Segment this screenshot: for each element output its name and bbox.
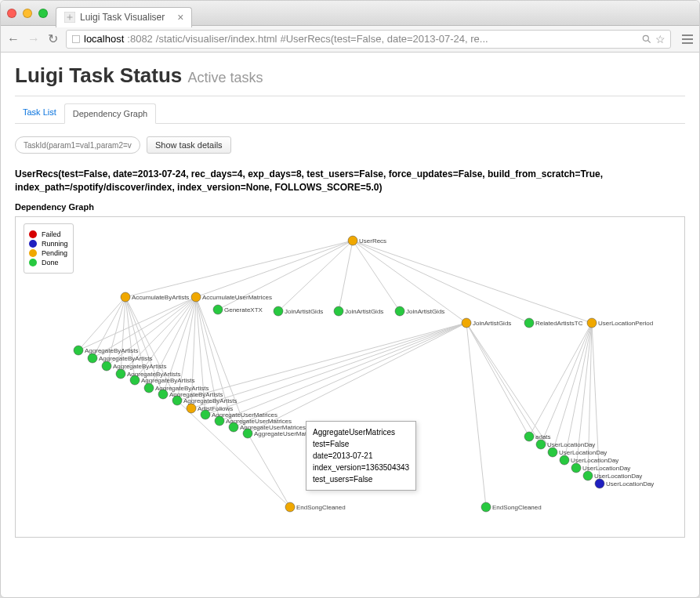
url-port: :8082: [127, 33, 153, 45]
svg-point-91: [201, 410, 210, 419]
svg-text:AggregateByArtists: AggregateByArtists: [183, 397, 237, 404]
graph-node[interactable]: AccumulateByArtists: [121, 292, 189, 302]
svg-text:JoinArtistGids: JoinArtistGids: [345, 308, 383, 315]
maximize-window-button[interactable]: [38, 9, 48, 18]
view-tabs: Task List Dependency Graph: [15, 103, 685, 124]
svg-text:AccumulateByArtists: AccumulateByArtists: [132, 294, 189, 301]
graph-node[interactable]: UserLocationDay: [571, 463, 630, 473]
graph-node[interactable]: EndSongCleaned: [481, 502, 542, 512]
graph-node[interactable]: UserLocationDay: [583, 471, 642, 480]
tab-dependency-graph[interactable]: Dependency Graph: [64, 103, 156, 124]
svg-text:EndSongCleaned: EndSongCleaned: [296, 504, 346, 511]
svg-line-44: [529, 323, 592, 437]
svg-point-109: [583, 471, 593, 480]
svg-line-36: [205, 323, 466, 415]
menu-button[interactable]: [682, 34, 693, 44]
graph-node[interactable]: RelatedArtistsTC: [524, 318, 583, 328]
svg-text:UserLocationDay: UserLocationDay: [582, 465, 630, 472]
legend-done-label: Done: [42, 259, 59, 266]
graph-node[interactable]: AccumulateUserMatrices: [191, 292, 272, 302]
graph-node[interactable]: UserLocationPeriod: [587, 318, 653, 328]
svg-point-103: [548, 448, 557, 457]
svg-text:UserLocationDay: UserLocationDay: [606, 480, 654, 487]
browser-tab[interactable]: Luigi Task Visualiser ×: [56, 7, 192, 27]
graph-node[interactable]: JoinArtistGids: [395, 306, 444, 316]
svg-line-47: [564, 323, 592, 460]
svg-point-95: [229, 422, 238, 432]
graph-node[interactable]: JoinArtistGids: [274, 306, 323, 316]
close-window-button[interactable]: [7, 9, 16, 18]
dependency-graph-canvas[interactable]: Failed Running Pending Done UserRecsAccu…: [15, 216, 685, 538]
svg-text:AccumulateUserMatrices: AccumulateUserMatrices: [202, 294, 272, 301]
show-task-details-button[interactable]: Show task details: [147, 136, 231, 154]
svg-line-35: [191, 323, 466, 408]
bookmark-star-icon[interactable]: ☆: [655, 33, 666, 45]
graph-node[interactable]: AggregateByArtists: [74, 346, 138, 355]
legend-failed-color: [29, 230, 37, 238]
svg-text:AggregateByArtists: AggregateByArtists: [99, 355, 152, 362]
svg-line-7: [278, 241, 353, 311]
svg-line-39: [248, 323, 466, 433]
svg-point-87: [172, 396, 182, 405]
svg-point-53: [348, 236, 357, 245]
url-hash: #UserRecs(test=False, date=2013-07-24, r…: [280, 33, 488, 45]
svg-point-69: [524, 318, 534, 328]
subtitle-text: Active tasks: [188, 70, 263, 85]
reload-button[interactable]: ↻: [48, 31, 58, 46]
graph-node[interactable]: UserLocationDay: [548, 448, 607, 457]
svg-text:GenerateXTX: GenerateXTX: [224, 306, 263, 313]
svg-text:AggregateByArtists: AggregateByArtists: [113, 363, 166, 370]
task-id-input[interactable]: [15, 136, 140, 154]
legend-pending-color: [29, 249, 37, 257]
svg-line-5: [196, 241, 353, 297]
tab-close-icon[interactable]: ×: [177, 11, 183, 24]
address-bar[interactable]: localhost:8082/static/visualiser/index.h…: [66, 30, 671, 49]
svg-line-4: [125, 241, 353, 297]
svg-line-45: [541, 323, 592, 444]
graph-node[interactable]: UserRecs: [348, 236, 386, 245]
svg-text:RelatedArtistsTC: RelatedArtistsTC: [535, 320, 583, 327]
back-button[interactable]: ←: [7, 32, 20, 46]
svg-text:UserLocationDay: UserLocationDay: [594, 473, 642, 480]
svg-line-51: [248, 433, 290, 507]
svg-text:JoinArtistGids: JoinArtistGids: [285, 308, 323, 315]
forward-button[interactable]: →: [27, 32, 40, 46]
svg-point-83: [144, 383, 154, 393]
svg-text:JoinArtistGids: JoinArtistGids: [473, 320, 511, 327]
graph-node[interactable]: GenerateXTX: [213, 305, 263, 314]
graph-node[interactable]: JoinArtistGids: [462, 318, 511, 328]
svg-point-85: [158, 390, 168, 399]
svg-point-99: [524, 432, 534, 441]
browser-toolbar: ← → ↻ localhost:8082/static/visualiser/i…: [1, 26, 699, 53]
svg-text:adats: adats: [535, 433, 551, 440]
browser-window: Luigi Task Visualiser × ← → ↻ localhost:…: [0, 0, 700, 598]
svg-point-79: [116, 369, 125, 379]
tab-task-list[interactable]: Task List: [15, 103, 64, 123]
svg-rect-1: [73, 35, 80, 42]
graph-node[interactable]: adats: [524, 432, 551, 441]
svg-point-2: [643, 35, 648, 41]
graph-node[interactable]: UserLocationDay: [595, 479, 654, 488]
window-controls: [7, 9, 48, 18]
svg-point-115: [481, 502, 491, 512]
legend-failed-label: Failed: [42, 230, 61, 238]
search-icon[interactable]: [641, 34, 652, 45]
legend-running-color: [29, 240, 37, 248]
page-icon: [71, 34, 81, 44]
legend-running-label: Running: [42, 240, 68, 248]
minimize-window-button[interactable]: [23, 9, 32, 18]
svg-text:UserLocationDay: UserLocationDay: [571, 457, 618, 464]
graph-node[interactable]: AggregateByArtists: [102, 361, 166, 371]
favicon-icon: [64, 12, 75, 23]
graph-node[interactable]: EndSongCleaned: [285, 502, 346, 512]
graph-node[interactable]: UserLocationDay: [560, 455, 618, 465]
svg-point-113: [285, 502, 295, 512]
svg-point-71: [587, 318, 597, 328]
svg-text:UserLocationPeriod: UserLocationPeriod: [598, 320, 653, 327]
svg-point-73: [74, 346, 83, 355]
svg-point-105: [560, 455, 569, 465]
url-path: /static/visualiser/index.html: [156, 33, 277, 45]
page-title: Luigi Task Status Active tasks: [15, 63, 685, 88]
title-text: Luigi Task Status: [15, 63, 182, 87]
graph-node[interactable]: JoinArtistGids: [334, 306, 383, 316]
